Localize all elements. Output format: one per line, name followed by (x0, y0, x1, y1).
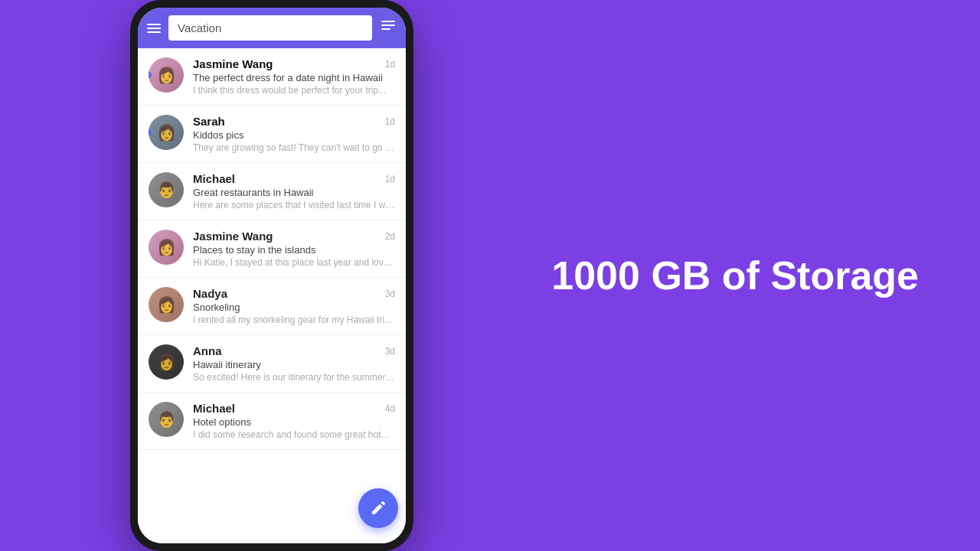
message-item[interactable]: 👨 Michael 1d Great restaurants in Hawaii… (138, 163, 406, 220)
message-item[interactable]: 👩 Jasmine Wang 2d Places to stay in the … (138, 220, 406, 278)
timestamp: 1d (385, 174, 395, 184)
message-content: Sarah 1d Kiddos pics They are growing so… (193, 115, 395, 153)
message-subject: Snorkeling (193, 302, 395, 313)
timestamp: 4d (385, 403, 395, 414)
timestamp: 1d (385, 116, 395, 127)
message-subject: The perfect dress for a date night in Ha… (193, 72, 395, 83)
message-content: Michael 1d Great restaurants in Hawaii H… (193, 172, 395, 210)
message-subject: Great restaurants in Hawaii (193, 187, 395, 198)
message-header: Nadya 3d (193, 287, 395, 300)
avatar-icon: 👨 (149, 172, 184, 207)
message-header: Jasmine Wang 1d (193, 57, 395, 70)
avatar-icon: 👩 (149, 287, 184, 322)
sender-name: Jasmine Wang (193, 230, 273, 243)
message-item[interactable]: 👩 Sarah 1d Kiddos pics They are growing … (138, 106, 406, 163)
message-preview: They are growing so fast! They can't wai… (193, 142, 395, 153)
svg-rect-0 (381, 21, 395, 22)
hamburger-icon[interactable] (147, 24, 161, 33)
avatar: 👨 (149, 402, 184, 437)
avatar-icon: 👨 (149, 402, 184, 437)
phone-screen: 👩 Jasmine Wang 1d The perfect dress for … (138, 8, 406, 543)
message-content: Nadya 3d Snorkeling I rented all my snor… (193, 287, 395, 325)
promo-text: 1000 GB of Storage (551, 252, 919, 299)
sender-name: Jasmine Wang (193, 57, 273, 70)
avatar: 👩 (149, 287, 184, 322)
sender-name: Michael (193, 172, 235, 185)
message-item[interactable]: 👩 Anna 3d Hawaii itinerary So excited! H… (138, 335, 406, 393)
phone-frame: 👩 Jasmine Wang 1d The perfect dress for … (130, 0, 413, 551)
sender-name: Anna (193, 344, 222, 357)
message-subject: Kiddos pics (193, 129, 395, 141)
message-subject: Hotel options (193, 416, 395, 428)
avatar-icon: 👩 (149, 115, 184, 150)
message-list: 👩 Jasmine Wang 1d The perfect dress for … (138, 48, 406, 543)
message-item[interactable]: 👩 Jasmine Wang 1d The perfect dress for … (138, 48, 406, 106)
search-input[interactable] (168, 15, 372, 41)
avatar: 👩 (149, 230, 184, 265)
svg-rect-2 (381, 28, 390, 30)
avatar-icon: 👩 (149, 230, 184, 265)
message-preview: So excited! Here is our itinerary for th… (193, 372, 395, 383)
message-header: Sarah 1d (193, 115, 395, 128)
sender-name: Sarah (193, 115, 225, 128)
message-header: Jasmine Wang 2d (193, 230, 395, 243)
message-content: Jasmine Wang 1d The perfect dress for a … (193, 57, 395, 96)
phone-wrapper: 👩 Jasmine Wang 1d The perfect dress for … (88, 0, 456, 551)
message-preview: I rented all my snorkeling gear for my H… (193, 315, 395, 325)
avatar-icon: 👩 (149, 57, 184, 93)
list-view-icon[interactable] (380, 18, 397, 38)
search-bar (138, 8, 406, 48)
message-content: Anna 3d Hawaii itinerary So excited! Her… (193, 344, 395, 383)
message-header: Anna 3d (193, 344, 395, 357)
message-preview: Here are some places that I visited last… (193, 200, 395, 210)
compose-button[interactable] (358, 488, 398, 528)
timestamp: 2d (385, 231, 395, 242)
timestamp: 3d (385, 346, 395, 357)
svg-rect-1 (381, 24, 395, 26)
message-header: Michael 1d (193, 172, 395, 185)
avatar: 👩 (149, 115, 184, 150)
sender-name: Nadya (193, 287, 227, 300)
avatar: 👨 (149, 172, 184, 207)
timestamp: 1d (385, 59, 395, 70)
avatar-icon: 👩 (149, 344, 184, 380)
message-preview: I did some research and found some great… (193, 429, 395, 440)
message-content: Jasmine Wang 2d Places to stay in the is… (193, 230, 395, 268)
message-preview: I think this dress would be perfect for … (193, 85, 395, 96)
message-subject: Places to stay in the islands (193, 244, 395, 256)
sender-name: Michael (193, 402, 235, 415)
message-item[interactable]: 👨 Michael 4d Hotel options I did some re… (138, 393, 406, 450)
message-content: Michael 4d Hotel options I did some rese… (193, 402, 395, 440)
avatar: 👩 (149, 57, 184, 93)
message-header: Michael 4d (193, 402, 395, 415)
message-subject: Hawaii itinerary (193, 359, 395, 370)
avatar: 👩 (149, 344, 184, 380)
message-item[interactable]: 👩 Nadya 3d Snorkeling I rented all my sn… (138, 278, 406, 335)
message-preview: Hi Katie, I stayed at this place last ye… (193, 257, 395, 268)
timestamp: 3d (385, 289, 395, 299)
